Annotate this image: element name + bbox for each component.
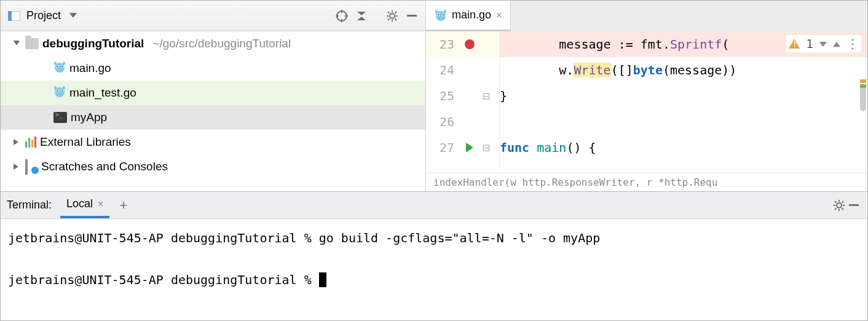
- svg-marker-8: [357, 12, 366, 15]
- gutter-row[interactable]: 24: [426, 57, 499, 83]
- svg-point-27: [63, 61, 65, 65]
- root-path: ~/go/src/debuggingTutorial: [152, 37, 291, 50]
- svg-marker-36: [14, 164, 18, 170]
- svg-point-24: [57, 66, 58, 67]
- editor-body[interactable]: 232425⊟2627⊟ message := fmt.Sprintf( w.W…: [426, 31, 867, 173]
- ext-libs-label: External Libraries: [40, 135, 131, 149]
- svg-point-25: [61, 66, 63, 67]
- ok-marker[interactable]: [860, 84, 866, 88]
- svg-marker-45: [833, 42, 840, 47]
- inspection-overlay[interactable]: 1 ⋮: [786, 35, 861, 52]
- svg-line-52: [842, 208, 844, 210]
- run-icon[interactable]: [466, 143, 473, 153]
- external-libraries[interactable]: External Libraries: [1, 130, 425, 154]
- root-name: debuggingTutorial: [42, 37, 144, 50]
- cursor: [319, 272, 326, 287]
- file-myApp[interactable]: myApp: [1, 105, 425, 130]
- minimize-icon[interactable]: [404, 9, 419, 23]
- go-file-icon: [435, 9, 447, 22]
- editor-tabs: main.go ×: [426, 1, 867, 31]
- svg-line-51: [835, 201, 837, 203]
- svg-point-42: [435, 10, 438, 14]
- add-terminal-button[interactable]: +: [109, 192, 137, 218]
- file-main.go[interactable]: main.go: [1, 56, 425, 81]
- gutter: 232425⊟2627⊟: [426, 31, 500, 173]
- line-number: 25: [426, 89, 460, 103]
- project-header: Project: [1, 1, 425, 31]
- terminal-tab-local[interactable]: Local ×: [60, 192, 109, 218]
- svg-rect-1: [8, 11, 12, 21]
- fold-icon[interactable]: ⊟: [479, 89, 494, 103]
- line-number: 23: [426, 37, 460, 52]
- gutter-row[interactable]: 26: [426, 109, 499, 135]
- warning-marker[interactable]: [860, 79, 866, 83]
- project-panel: Project debuggingTuto: [1, 1, 426, 191]
- svg-line-16: [395, 18, 397, 20]
- gutter-row[interactable]: 25⊟: [426, 83, 499, 109]
- svg-line-17: [388, 18, 390, 20]
- close-icon[interactable]: ×: [496, 10, 502, 21]
- scratches-consoles[interactable]: Scratches and Consoles: [1, 154, 425, 179]
- libraries-icon: [25, 137, 36, 148]
- scratches-icon: [25, 160, 37, 173]
- file-main_test.go[interactable]: main_test.go: [1, 81, 425, 105]
- svg-point-26: [54, 61, 57, 65]
- editor-area: main.go × 232425⊟2627⊟ message := fmt.Sp…: [426, 1, 867, 191]
- file-label: main.go: [69, 61, 111, 75]
- gutter-row[interactable]: 27⊟: [426, 135, 499, 160]
- code-line[interactable]: w.Write([]byte(message)): [500, 57, 867, 83]
- tab-label: main.go: [452, 9, 491, 22]
- file-label: main_test.go: [69, 86, 136, 100]
- go-file-icon: [53, 61, 66, 76]
- file-label: myApp: [71, 111, 107, 124]
- tree-root[interactable]: debuggingTutorial ~/go/src/debuggingTuto…: [1, 31, 425, 56]
- svg-point-34: [63, 86, 65, 90]
- terminal-body[interactable]: jetbrains@UNIT-545-AP debuggingTutorial …: [1, 219, 867, 318]
- svg-line-18: [395, 12, 397, 14]
- svg-line-54: [842, 201, 844, 203]
- svg-point-46: [837, 203, 842, 208]
- code-area[interactable]: message := fmt.Sprintf( w.Write([]byte(m…: [500, 31, 867, 173]
- editor-tab-main[interactable]: main.go ×: [426, 1, 511, 31]
- scratches-label: Scratches and Consoles: [41, 160, 168, 173]
- chevron-down-icon[interactable]: [12, 41, 22, 47]
- collapse-icon[interactable]: [354, 9, 369, 23]
- go-file-icon: [53, 85, 66, 101]
- terminal-header: Terminal: Local × +: [1, 192, 867, 219]
- chevron-right-icon[interactable]: [12, 139, 22, 145]
- terminal-tab-label: Local: [66, 197, 93, 210]
- minimize-icon[interactable]: [846, 198, 861, 213]
- code-line[interactable]: func main() {: [500, 135, 867, 160]
- code-line[interactable]: [500, 109, 867, 135]
- warn-count: 1: [806, 36, 813, 51]
- fold-icon[interactable]: ⊟: [479, 140, 494, 155]
- svg-point-32: [61, 90, 63, 92]
- chevron-right-icon[interactable]: [12, 164, 22, 170]
- svg-point-33: [54, 86, 57, 90]
- scrollbar-thumb[interactable]: [860, 87, 866, 111]
- target-icon[interactable]: [334, 9, 349, 23]
- close-icon[interactable]: ×: [98, 199, 103, 210]
- next-highlight-icon[interactable]: [819, 36, 827, 51]
- project-dropdown-icon[interactable]: [66, 9, 81, 23]
- gear-icon[interactable]: [832, 198, 846, 213]
- folder-icon: [25, 38, 39, 49]
- breakpoint-icon[interactable]: [465, 39, 475, 49]
- gear-icon[interactable]: [385, 9, 400, 23]
- breadcrumb[interactable]: indexHandler(w http.ResponseWriter, r *h…: [426, 173, 867, 191]
- svg-point-10: [390, 14, 395, 18]
- code-line[interactable]: }: [500, 83, 867, 109]
- project-tree: debuggingTutorial ~/go/src/debuggingTuto…: [1, 31, 425, 191]
- project-view-icon[interactable]: [7, 9, 22, 23]
- svg-point-31: [57, 90, 58, 92]
- prev-highlight-icon[interactable]: [833, 36, 840, 51]
- line-number: 26: [426, 114, 460, 129]
- gutter-row[interactable]: 23: [426, 31, 499, 57]
- project-title[interactable]: Project: [26, 9, 61, 22]
- binary-icon: [53, 112, 67, 123]
- svg-marker-44: [819, 42, 827, 47]
- svg-point-40: [438, 14, 439, 15]
- terminal-title: Terminal:: [7, 192, 60, 218]
- more-icon[interactable]: ⋮: [846, 36, 859, 51]
- svg-line-53: [835, 208, 837, 210]
